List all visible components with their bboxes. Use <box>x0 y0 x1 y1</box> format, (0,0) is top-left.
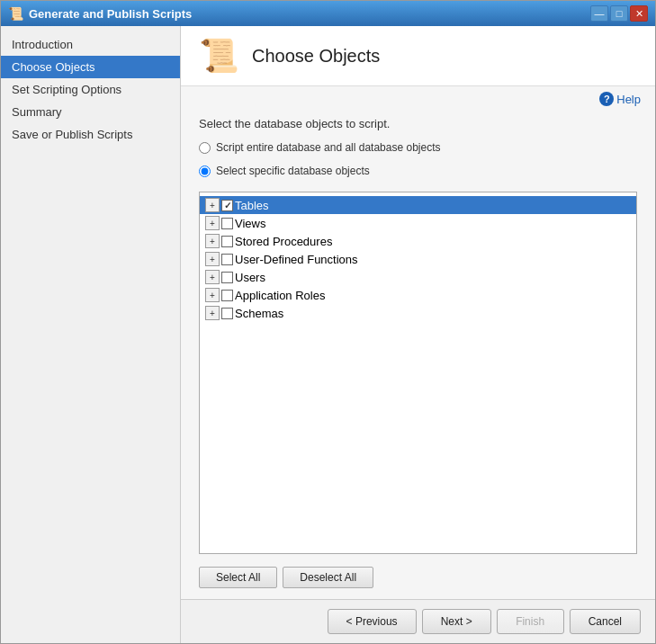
form-area: Select the database objects to script. S… <box>181 106 655 599</box>
checkbox-schemas[interactable] <box>221 308 233 319</box>
main-content: 📜 Choose Objects ? Help Select the datab… <box>181 26 655 643</box>
tree-label-tables: Tables <box>235 199 631 212</box>
page-header: 📜 Choose Objects <box>181 26 655 86</box>
sidebar-item-set-scripting-options[interactable]: Set Scripting Options <box>1 78 180 101</box>
tree-label-users: Users <box>235 271 631 284</box>
previous-button[interactable]: < Previous <box>328 609 417 634</box>
tree-label-application-roles: Application Roles <box>235 289 631 302</box>
tree-label-schemas: Schemas <box>235 307 631 320</box>
sidebar-item-save-or-publish-scripts[interactable]: Save or Publish Scripts <box>1 123 180 146</box>
checkbox-user-defined-functions[interactable] <box>221 254 233 265</box>
expand-tables-btn[interactable]: + <box>205 198 220 212</box>
content-area: Introduction Choose Objects Set Scriptin… <box>1 26 655 643</box>
sidebar-item-summary[interactable]: Summary <box>1 101 180 123</box>
checkbox-application-roles[interactable] <box>221 290 233 301</box>
tree-item-user-defined-functions[interactable]: + User-Defined Functions <box>200 250 636 268</box>
help-row: ? Help <box>181 86 655 106</box>
bottom-nav: < Previous Next > Finish Cancel <box>181 599 655 643</box>
window-title: Generate and Publish Scripts <box>29 7 585 21</box>
radio-specific-objects-label[interactable]: Select specific database objects <box>216 165 370 177</box>
help-icon: ? <box>599 92 614 106</box>
tree-container: + ✓ Tables + Views + <box>199 192 637 554</box>
window-icon: 📜 <box>8 6 23 21</box>
sidebar: Introduction Choose Objects Set Scriptin… <box>1 26 181 643</box>
radio-entire-db-row: Script entire database and all database … <box>199 141 637 154</box>
tree-item-schemas[interactable]: + Schemas <box>200 304 636 322</box>
checkbox-views[interactable] <box>221 218 233 229</box>
maximize-button[interactable]: □ <box>610 5 628 22</box>
cancel-button[interactable]: Cancel <box>570 609 641 634</box>
window-controls: — □ ✕ <box>590 5 648 22</box>
deselect-all-button[interactable]: Deselect All <box>283 567 373 588</box>
radio-specific-objects-row: Select specific database objects <box>199 165 637 177</box>
next-button[interactable]: Next > <box>422 609 491 634</box>
checkbox-tables[interactable]: ✓ <box>221 200 233 211</box>
tree-item-stored-procedures[interactable]: + Stored Procedures <box>200 232 636 250</box>
expand-views-btn[interactable]: + <box>205 216 220 230</box>
checkbox-users[interactable] <box>221 272 233 283</box>
page-icon: 📜 <box>199 37 239 75</box>
finish-button[interactable]: Finish <box>497 609 564 634</box>
tree-label-views: Views <box>235 217 631 230</box>
tree-item-views[interactable]: + Views <box>200 214 636 232</box>
select-all-button[interactable]: Select All <box>199 567 277 588</box>
close-button[interactable]: ✕ <box>630 5 648 22</box>
expand-stored-procedures-btn[interactable]: + <box>205 234 220 248</box>
page-title: Choose Objects <box>252 46 380 67</box>
title-bar: 📜 Generate and Publish Scripts — □ ✕ <box>1 1 655 26</box>
tree-item-users[interactable]: + Users <box>200 268 636 286</box>
tree-buttons: Select All Deselect All <box>199 567 637 588</box>
radio-specific-objects[interactable] <box>199 165 211 177</box>
radio-entire-db[interactable] <box>199 142 211 154</box>
section-title: Select the database objects to script. <box>199 117 637 130</box>
tree-label-stored-procedures: Stored Procedures <box>235 235 631 248</box>
sidebar-item-choose-objects[interactable]: Choose Objects <box>1 56 180 78</box>
tree-item-tables[interactable]: + ✓ Tables <box>200 196 636 214</box>
minimize-button[interactable]: — <box>590 5 608 22</box>
checkbox-stored-procedures[interactable] <box>221 236 233 247</box>
expand-application-roles-btn[interactable]: + <box>205 288 220 302</box>
tree-item-application-roles[interactable]: + Application Roles <box>200 286 636 304</box>
expand-user-defined-functions-btn[interactable]: + <box>205 252 220 266</box>
radio-entire-db-label[interactable]: Script entire database and all database … <box>216 141 441 154</box>
window: 📜 Generate and Publish Scripts — □ ✕ Int… <box>0 0 656 644</box>
expand-users-btn[interactable]: + <box>205 270 220 284</box>
expand-schemas-btn[interactable]: + <box>205 306 220 320</box>
sidebar-item-introduction[interactable]: Introduction <box>1 33 180 56</box>
help-link[interactable]: ? Help <box>599 92 641 106</box>
tree-label-user-defined-functions: User-Defined Functions <box>235 253 631 266</box>
